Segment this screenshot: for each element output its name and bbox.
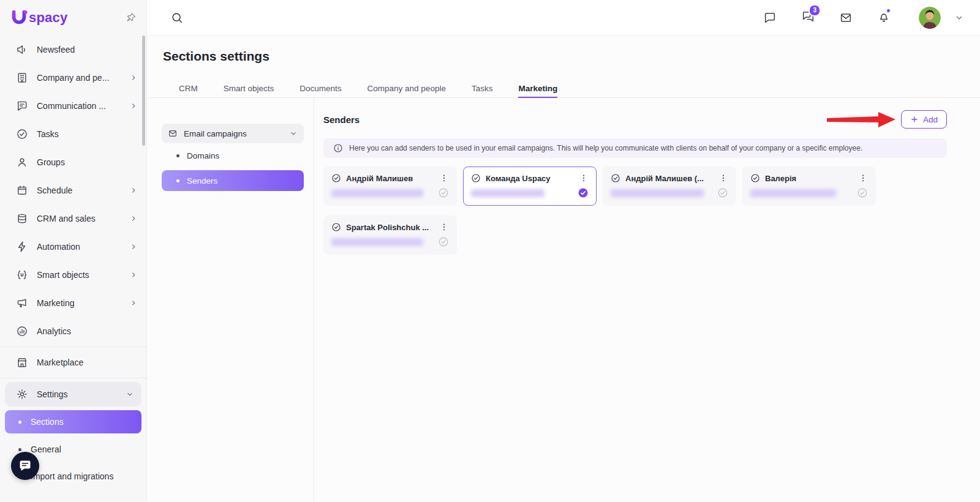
notifications-icon-wrap[interactable] (877, 10, 891, 26)
avatar-image (919, 7, 941, 29)
select-circle-icon[interactable] (438, 187, 449, 198)
sidebar-item-company-and-people[interactable]: Company and pe... (0, 64, 146, 92)
sender-card[interactable]: Андрій Малишев (323, 167, 457, 206)
sender-name: Spartak Polishchuk ... (346, 223, 434, 232)
sidebar-item-marketing[interactable]: Marketing (0, 289, 146, 317)
more-menu-icon[interactable] (858, 173, 868, 183)
messenger-icon-wrap[interactable]: 3 (801, 10, 815, 26)
task-check-icon (16, 128, 28, 140)
tab-smart-objects[interactable]: Smart objects (224, 81, 274, 98)
verified-check-icon (331, 173, 341, 183)
sidebar-scrollbar[interactable] (142, 36, 145, 146)
sidebar-item-smart-objects[interactable]: Smart objects (0, 261, 146, 289)
more-menu-icon[interactable] (579, 173, 589, 183)
subnav-item-label: Senders (187, 176, 217, 185)
tab-crm[interactable]: CRM (179, 81, 198, 98)
tab-tasks[interactable]: Tasks (472, 81, 493, 98)
sidebar-item-label: Schedule (37, 185, 121, 195)
chat-bubble-icon (18, 459, 32, 473)
sidebar-item-label: Automation (37, 242, 121, 252)
info-banner: Here you can add senders to be used in y… (323, 138, 947, 158)
sidebar-item-marketplace[interactable]: Marketplace (0, 348, 146, 376)
sidebar-item-tasks[interactable]: Tasks (0, 120, 146, 148)
subnav-item-domains[interactable]: Domains (162, 146, 304, 165)
sidebar-item-groups[interactable]: Groups (0, 148, 146, 176)
sidebar-item-label: CRM and sales (37, 214, 121, 223)
more-menu-icon[interactable] (718, 173, 728, 183)
pin-sidebar-icon[interactable] (126, 12, 137, 23)
sidebar-item-label: Smart objects (37, 270, 121, 280)
chevron-down-icon (126, 390, 134, 399)
uspacy-app: spacy Newsfeed Company and pe... Communi… (0, 0, 980, 502)
sidebar-item-label: Sections (31, 417, 64, 427)
person-icon (16, 156, 28, 168)
chat-icon (16, 100, 28, 112)
sender-card[interactable]: Валерія (742, 167, 876, 206)
page-title: Sections settings (163, 49, 270, 64)
info-text: Here you can add senders to be used in y… (349, 144, 862, 152)
sidebar-item-automation[interactable]: Automation (0, 233, 146, 261)
notification-dot (886, 9, 891, 13)
comments-icon[interactable] (763, 11, 777, 24)
select-circle-icon[interactable] (438, 236, 449, 247)
sidebar-item-sections-active[interactable]: Sections (5, 410, 141, 433)
sender-card-selected[interactable]: Команда Uspacy (463, 167, 597, 206)
bullet-dot (176, 154, 179, 157)
chevron-right-icon (129, 102, 138, 110)
chevron-right-icon (129, 214, 138, 223)
add-sender-button[interactable]: Add (901, 110, 947, 129)
user-avatar[interactable] (919, 7, 941, 29)
sender-card[interactable]: Андрій Малишев (... (603, 167, 736, 206)
smart-objects-icon (16, 269, 28, 281)
intercom-launcher[interactable] (11, 452, 39, 480)
select-circle-icon[interactable] (717, 187, 728, 198)
vertical-divider (314, 98, 314, 502)
sender-card[interactable]: Spartak Polishchuk ... (323, 215, 457, 255)
more-menu-icon[interactable] (439, 173, 449, 183)
profile-chevron-down-icon[interactable] (954, 13, 964, 23)
sidebar-divider (0, 378, 146, 378)
sidebar-item-newsfeed[interactable]: Newsfeed (0, 36, 146, 64)
analytics-icon (16, 325, 28, 337)
verified-check-icon (471, 173, 481, 183)
chevron-right-icon (129, 73, 138, 82)
main-content: Sections settings CRM Smart objects Docu… (147, 36, 980, 502)
sidebar-item-label: Company and pe... (37, 73, 121, 83)
sidebar-item-communication[interactable]: Communication ... (0, 92, 146, 120)
chevron-right-icon (129, 271, 138, 279)
more-menu-icon[interactable] (439, 222, 449, 232)
sender-cards-grid: Андрій Малишев Команда Uspacy (323, 167, 947, 255)
topbar: 3 (147, 0, 980, 36)
blurred-email (331, 189, 423, 197)
messenger-badge: 3 (809, 4, 821, 17)
sidebar-menu: Newsfeed Company and pe... Communication… (0, 36, 146, 490)
subnav-item-senders-active[interactable]: Senders (162, 170, 304, 191)
sidebar-item-settings[interactable]: Settings (5, 382, 141, 406)
chevron-right-icon (129, 242, 138, 251)
verified-check-icon (750, 173, 760, 183)
sidebar-item-label: Newsfeed (37, 45, 138, 54)
sender-name: Команда Uspacy (486, 174, 574, 183)
uspacy-logo[interactable]: spacy (10, 9, 67, 27)
brand-wordmark: spacy (29, 10, 67, 26)
subnav-group-email-campaigns[interactable]: Email campaigns (162, 124, 304, 143)
mail-icon[interactable] (839, 11, 853, 24)
search-icon[interactable] (170, 11, 184, 24)
red-annotation-arrow (827, 111, 895, 129)
tab-documents[interactable]: Documents (300, 81, 341, 98)
sidebar-item-analytics[interactable]: Analytics (0, 317, 146, 345)
sidebar-item-crm-and-sales[interactable]: CRM and sales (0, 204, 146, 233)
sidebar-item-label: Communication ... (37, 101, 121, 111)
senders-panel: Senders Add Here you can add senders to … (323, 98, 947, 502)
info-icon (333, 143, 343, 153)
blurred-email (750, 189, 836, 197)
sidebar-item-label: Marketing (37, 298, 121, 308)
select-circle-icon[interactable] (857, 187, 868, 198)
bullet-dot (18, 448, 21, 451)
selected-check-icon[interactable] (578, 187, 589, 198)
tab-company-and-people[interactable]: Company and people (368, 81, 446, 98)
tab-marketing[interactable]: Marketing (518, 81, 557, 98)
sidebar-item-label: Tasks (37, 129, 138, 139)
lightning-icon (16, 241, 28, 253)
sidebar-item-schedule[interactable]: Schedule (0, 176, 146, 204)
